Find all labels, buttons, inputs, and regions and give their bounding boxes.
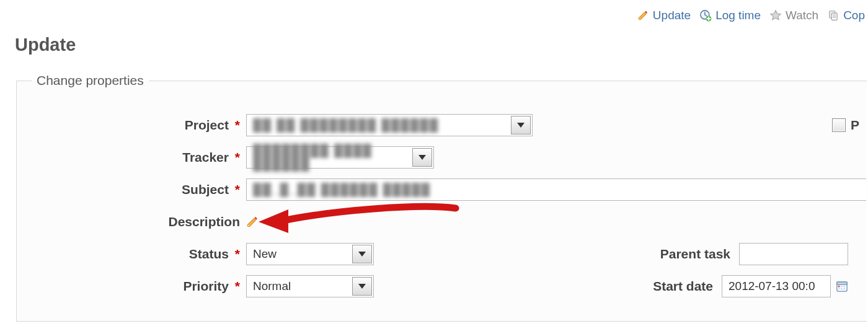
subject-input[interactable]: ██_█_██ ██████ █████: [246, 178, 866, 201]
svg-rect-8: [841, 286, 843, 288]
dropdown-arrow-icon[interactable]: [412, 148, 432, 167]
priority-select-value: Normal: [253, 279, 291, 293]
calendar-icon[interactable]: [836, 280, 848, 292]
private-label-fragment: P: [851, 118, 859, 133]
private-checkbox[interactable]: [832, 118, 846, 132]
star-icon: [769, 9, 782, 22]
required-marker: *: [235, 182, 240, 196]
priority-select[interactable]: Normal: [246, 275, 374, 297]
row-status-parent: Status * New Parent task: [17, 238, 867, 270]
change-properties-fieldset: Change properties Project * ██ ██ ██████…: [16, 73, 867, 322]
issue-action-bar: Update Log time Watch C: [637, 9, 865, 22]
page-title: Update: [15, 35, 76, 55]
tracker-select[interactable]: ████████ ████ ██████: [246, 146, 434, 169]
project-select-value: ██ ██ ████████ ██████: [253, 118, 439, 132]
label-status: Status *: [17, 247, 246, 261]
private-checkbox-fragment: P: [832, 118, 867, 133]
label-parent-task: Parent task: [660, 247, 739, 261]
required-marker: *: [235, 247, 240, 261]
change-properties-legend: Change properties: [32, 73, 149, 88]
subject-input-value: ██_█_██ ██████ █████: [253, 183, 431, 196]
edit-description-button[interactable]: [246, 216, 259, 228]
pencil-icon: [246, 216, 259, 228]
svg-rect-12: [843, 288, 845, 290]
svg-rect-7: [838, 286, 840, 288]
dropdown-arrow-icon[interactable]: [511, 116, 531, 134]
label-tracker: Tracker *: [17, 150, 246, 165]
pencil-icon: [637, 9, 649, 22]
row-priority-startdate: Priority * Normal Start date 2012-07-13 …: [17, 270, 867, 302]
tracker-select-value: ████████ ████ ██████: [253, 144, 406, 171]
label-project: Project *: [17, 118, 246, 133]
row-description: Description: [17, 206, 867, 238]
dropdown-arrow-icon[interactable]: [352, 245, 372, 263]
action-update[interactable]: Update: [637, 9, 691, 22]
row-project: Project * ██ ██ ████████ ██████ P: [17, 109, 867, 141]
required-marker: *: [235, 150, 240, 164]
start-date-input[interactable]: 2012-07-13 00:0: [722, 275, 831, 297]
row-subject: Subject * ██_█_██ ██████ █████: [17, 174, 867, 206]
label-subject: Subject *: [17, 182, 246, 197]
start-date-value: 2012-07-13 00:0: [728, 279, 815, 293]
label-priority: Priority *: [17, 279, 246, 294]
action-watch-label: Watch: [786, 9, 818, 22]
row-tracker: Tracker * ████████ ████ ██████: [17, 141, 867, 174]
svg-rect-9: [843, 286, 845, 288]
action-copy-label: Cop: [843, 9, 865, 22]
action-watch[interactable]: Watch: [769, 9, 818, 22]
action-update-label: Update: [653, 9, 691, 22]
copy-icon: [827, 9, 839, 22]
status-select[interactable]: New: [246, 243, 374, 265]
action-log-time[interactable]: Log time: [699, 9, 761, 22]
status-select-value: New: [253, 247, 277, 261]
project-select[interactable]: ██ ██ ████████ ██████: [246, 114, 533, 136]
parent-task-input[interactable]: [739, 243, 848, 265]
svg-rect-11: [841, 288, 843, 290]
svg-marker-4: [259, 209, 288, 233]
svg-rect-10: [838, 288, 840, 290]
required-marker: *: [235, 279, 240, 293]
svg-rect-6: [837, 282, 847, 284]
action-copy[interactable]: Cop: [827, 9, 865, 22]
dropdown-arrow-icon[interactable]: [352, 277, 372, 296]
label-description: Description: [17, 214, 246, 229]
label-start-date: Start date: [653, 279, 722, 294]
clock-plus-icon: [699, 9, 712, 22]
required-marker: *: [235, 118, 240, 132]
action-log-time-label: Log time: [715, 9, 761, 22]
